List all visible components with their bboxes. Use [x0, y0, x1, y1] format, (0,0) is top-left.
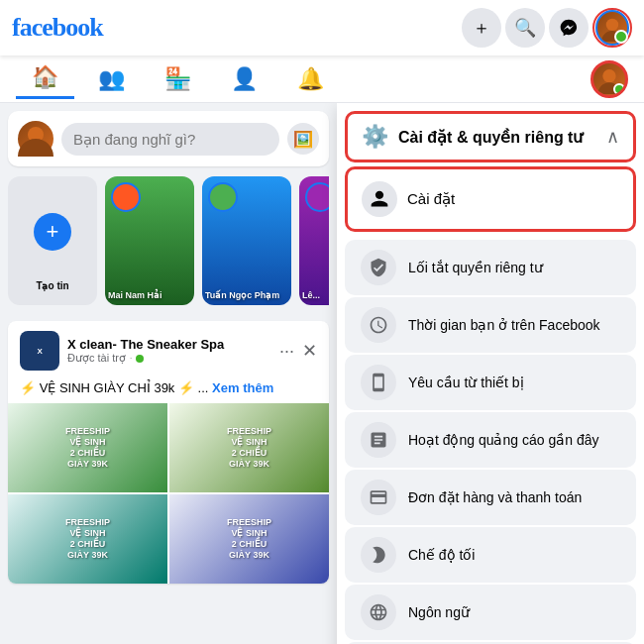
privacy-icon — [361, 250, 396, 285]
feed-panel: 🖼️ + Tạo tin Mai Nam Hải Tuấn Ngọc Phạm — [0, 103, 337, 644]
ad-text-1: FREESHIPVỆ SINH2 CHIỀUGIÀY 39K — [65, 426, 110, 469]
composer-row: 🖼️ — [18, 121, 319, 157]
menu-item-privacy[interactable]: Lối tắt quyền riêng tư — [345, 240, 636, 295]
create-story-card[interactable]: + Tạo tin — [8, 176, 97, 305]
marketplace-nav-item[interactable]: 🏪 — [149, 60, 207, 98]
menu-item-darkmode[interactable]: Chế độ tối — [345, 527, 636, 583]
add-button[interactable]: ＋ — [462, 8, 501, 48]
settings-header-left: ⚙️ Cài đặt & quyền riêng tư — [362, 124, 583, 150]
darkmode-label: Chế độ tối — [408, 547, 475, 563]
story-2-label: Tuấn Ngọc Phạm — [205, 290, 288, 300]
post-lightning: ⚡ — [20, 380, 36, 395]
post-ellipsis: ... — [198, 380, 212, 395]
sponsored-post: X X clean- The Sneaker Spa Được tài trợ … — [8, 321, 329, 584]
language-icon — [361, 594, 396, 630]
settings-gear-icon: ⚙️ — [362, 124, 388, 150]
settings-header[interactable]: ⚙️ Cài đặt & quyền riêng tư ∧ — [345, 111, 636, 162]
status-text-input[interactable] — [73, 131, 268, 148]
orders-icon — [361, 480, 396, 515]
online-badge — [614, 30, 628, 44]
home-nav-item[interactable]: 🏠 — [16, 58, 74, 99]
story-card-1[interactable]: Mai Nam Hải — [105, 176, 194, 305]
device-label: Yêu cầu từ thiết bị — [408, 375, 524, 390]
orders-label: Đơn đặt hàng và thanh toán — [408, 489, 582, 505]
story-card-3[interactable]: Lê... — [299, 176, 329, 305]
menu-item-device[interactable]: Yêu cầu từ thiết bị — [345, 355, 636, 410]
right-overlay: ⚙️ Cài đặt & quyền riêng tư ∧ Cài đặt Lố… — [337, 103, 644, 644]
menu-item-language[interactable]: Ngôn ngữ — [345, 585, 636, 640]
time-label: Thời gian bạn ở trên Facebook — [408, 317, 600, 333]
status-input[interactable] — [61, 123, 279, 156]
profile-avatar-button[interactable] — [592, 8, 632, 48]
sponsor-meta: Được tài trợ — [67, 352, 126, 365]
story-2-avatar — [208, 182, 238, 212]
settings-item-main[interactable]: Cài đặt — [345, 166, 636, 232]
menu-item-orders[interactable]: Đơn đặt hàng và thanh toán — [345, 470, 636, 525]
online-indicator — [136, 355, 144, 363]
story-3-avatar — [305, 182, 329, 212]
post-header: X X clean- The Sneaker Spa Được tài trợ … — [8, 321, 329, 380]
menu-item-ads[interactable]: Hoạt động quảng cáo gần đây — [345, 412, 636, 468]
photo-button[interactable]: 🖼️ — [287, 123, 319, 155]
ad-image-1: FREESHIPVỆ SINH2 CHIỀUGIÀY 39K — [8, 403, 167, 492]
profile-nav-item[interactable]: 👤 — [215, 60, 273, 98]
create-plus-icon: + — [34, 213, 71, 251]
notifications-nav-item[interactable]: 🔔 — [281, 60, 340, 98]
device-icon — [361, 365, 396, 400]
ad-text-3: FREESHIPVỆ SINH2 CHIỀUGIÀY 39K — [65, 517, 110, 560]
search-button[interactable]: 🔍 — [505, 8, 545, 48]
post-lightning-2: ⚡ — [178, 380, 194, 395]
sponsor-logo: X — [20, 331, 59, 371]
menu-item-time[interactable]: Thời gian bạn ở trên Facebook — [345, 297, 636, 353]
post-body: VỆ SINH GIÀY CHỈ 39k — [40, 380, 178, 395]
chevron-up-icon: ∧ — [606, 126, 619, 148]
second-nav-avatar[interactable] — [590, 60, 628, 98]
post-actions: ··· ✕ — [279, 340, 317, 362]
ad-image-3: FREESHIPVỆ SINH2 CHIỀUGIÀY 39K — [8, 494, 167, 584]
settings-item-icon — [362, 181, 397, 217]
post-text: ⚡ VỆ SINH GIÀY CHỈ 39k ⚡ ... Xem thêm — [8, 380, 329, 403]
close-post-button[interactable]: ✕ — [302, 340, 317, 362]
sponsor-name: X clean- The Sneaker Spa — [67, 337, 271, 352]
ad-image-4: FREESHIPVỆ SINH2 CHIỀUGIÀY 39K — [169, 494, 329, 584]
ads-icon — [361, 422, 396, 458]
second-navigation: 🏠 👥 🏪 👤 🔔 — [0, 55, 644, 103]
composer-avatar — [18, 121, 54, 157]
stories-row: + Tạo tin Mai Nam Hải Tuấn Ngọc Phạm Lê.… — [8, 176, 329, 309]
friends-nav-item[interactable]: 👥 — [82, 60, 141, 98]
story-1-avatar — [111, 182, 141, 212]
ads-label: Hoạt động quảng cáo gần đây — [408, 432, 598, 448]
facebook-logo: facebook — [12, 13, 103, 43]
settings-dropdown: ⚙️ Cài đặt & quyền riêng tư ∧ Cài đặt Lố… — [337, 103, 644, 644]
story-1-label: Mai Nam Hải — [108, 290, 191, 300]
main-content: 🖼️ + Tạo tin Mai Nam Hải Tuấn Ngọc Phạm — [0, 103, 644, 644]
post-images-grid: FREESHIPVỆ SINH2 CHIỀUGIÀY 39K FREESHIPV… — [8, 403, 329, 584]
svg-point-0 — [606, 19, 618, 31]
story-3-label: Lê... — [302, 290, 329, 300]
settings-item-label: Cài đặt — [407, 190, 455, 208]
top-nav-icons: ＋ 🔍 — [462, 8, 632, 48]
create-story-top: + — [8, 176, 97, 286]
create-story-label: Tạo tin — [36, 280, 68, 291]
ad-text-4: FREESHIPVỆ SINH2 CHIỀUGIÀY 39K — [227, 517, 271, 560]
post-composer: 🖼️ — [8, 111, 329, 166]
privacy-label: Lối tắt quyền riêng tư — [408, 260, 543, 275]
ad-image-2: FREESHIPVỆ SINH2 CHIỀUGIÀY 39K — [169, 403, 329, 492]
story-card-2[interactable]: Tuấn Ngọc Phạm — [202, 176, 291, 305]
time-icon — [361, 307, 396, 343]
post-info: X clean- The Sneaker Spa Được tài trợ · — [67, 337, 271, 365]
ad-text-2: FREESHIPVỆ SINH2 CHIỀUGIÀY 39K — [227, 426, 271, 469]
messenger-button[interactable] — [549, 8, 589, 48]
avatar-online-dot — [613, 83, 625, 95]
darkmode-icon — [361, 537, 396, 573]
svg-point-1 — [602, 69, 615, 82]
top-navigation: facebook ＋ 🔍 — [0, 0, 644, 55]
language-label: Ngôn ngữ — [408, 604, 470, 620]
settings-header-title: Cài đặt & quyền riêng tư — [398, 128, 583, 147]
more-options-button[interactable]: ··· — [279, 340, 294, 362]
post-meta: Được tài trợ · — [67, 352, 271, 365]
see-more-link[interactable]: Xem thêm — [212, 380, 273, 395]
